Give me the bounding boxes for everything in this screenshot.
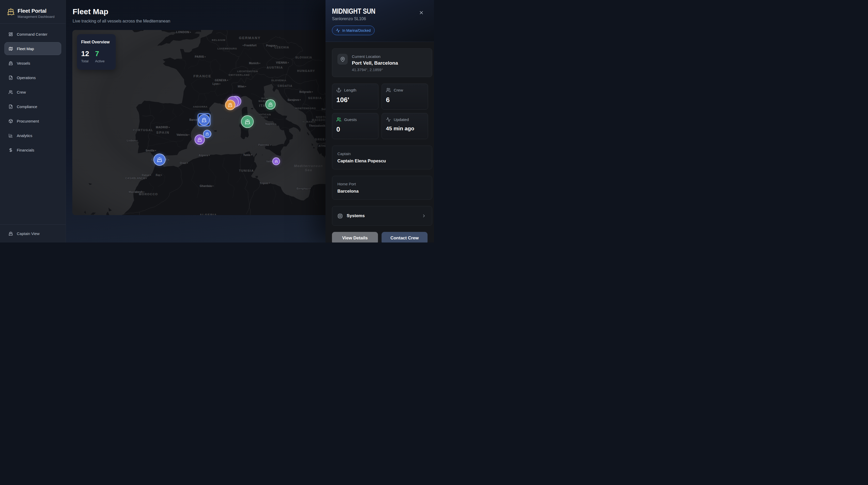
svg-text:LIECHTENSTEIN: LIECHTENSTEIN xyxy=(237,70,258,73)
svg-text:LUXEMBOURG: LUXEMBOURG xyxy=(218,47,237,50)
svg-text:VIENNA: VIENNA xyxy=(276,61,287,64)
svg-text:BELGIUM: BELGIUM xyxy=(212,38,225,41)
svg-text:Tunis: Tunis xyxy=(243,153,250,156)
svg-text:Lyon: Lyon xyxy=(213,83,219,85)
svg-text:MADRID: MADRID xyxy=(156,126,168,129)
svg-text:Frankfurt: Frankfurt xyxy=(244,44,256,47)
svg-text:PARIS: PARIS xyxy=(195,55,204,58)
svg-text:Oran: Oran xyxy=(180,161,186,165)
svg-text:Benghazi: Benghazi xyxy=(297,187,309,190)
svg-text:Tripoli: Tripoli xyxy=(260,181,269,184)
svg-text:TUNISIA: TUNISIA xyxy=(239,169,254,172)
svg-text:HUNGARY: HUNGARY xyxy=(297,69,315,73)
svg-text:CZECHIA: CZECHIA xyxy=(274,46,289,49)
svg-text:Prague: Prague xyxy=(266,44,276,47)
svg-text:Naples: Naples xyxy=(265,122,275,125)
svg-text:AUSTRIA: AUSTRIA xyxy=(267,66,283,69)
svg-text:Lisbon: Lisbon xyxy=(127,139,136,142)
svg-text:FRANCE: FRANCE xyxy=(193,74,211,78)
svg-text:LONDON: LONDON xyxy=(176,30,189,34)
svg-text:Seville: Seville xyxy=(146,149,155,152)
svg-text:SERBIA: SERBIA xyxy=(308,96,322,99)
svg-text:Marrakesh: Marrakesh xyxy=(129,190,143,193)
svg-text:Rabat: Rabat xyxy=(142,173,150,177)
svg-text:Fez: Fez xyxy=(156,173,160,177)
svg-text:Sarajevo: Sarajevo xyxy=(287,98,299,101)
svg-text:MONTENEGRO: MONTENEGRO xyxy=(295,107,316,110)
svg-text:Ghardaia: Ghardaia xyxy=(200,184,212,188)
svg-text:Valencia: Valencia xyxy=(177,133,188,136)
svg-text:ANDORRA: ANDORRA xyxy=(193,105,208,108)
svg-text:CASABLANCA: CASABLANCA xyxy=(125,177,145,180)
svg-text:Thessaloniki: Thessaloniki xyxy=(309,124,326,127)
svg-text:GERMANY: GERMANY xyxy=(239,36,261,40)
svg-text:Belgrade: Belgrade xyxy=(300,90,312,93)
svg-text:Munich: Munich xyxy=(249,61,259,65)
svg-text:Milan: Milan xyxy=(238,85,245,88)
svg-text:SLOVAKIA: SLOVAKIA xyxy=(295,56,312,59)
svg-text:Algiers: Algiers xyxy=(199,153,208,157)
svg-text:GENEVA: GENEVA xyxy=(215,79,226,82)
svg-text:SPAIN: SPAIN xyxy=(156,131,169,135)
svg-text:ALGERIA: ALGERIA xyxy=(200,213,217,215)
svg-text:SLOVENIA: SLOVENIA xyxy=(271,79,286,82)
svg-text:SWITZERLAND: SWITZERLAND xyxy=(228,74,250,76)
svg-text:CROATIA: CROATIA xyxy=(278,84,293,87)
svg-text:Palermo: Palermo xyxy=(258,143,270,146)
svg-text:PORTUGAL: PORTUGAL xyxy=(133,129,153,132)
